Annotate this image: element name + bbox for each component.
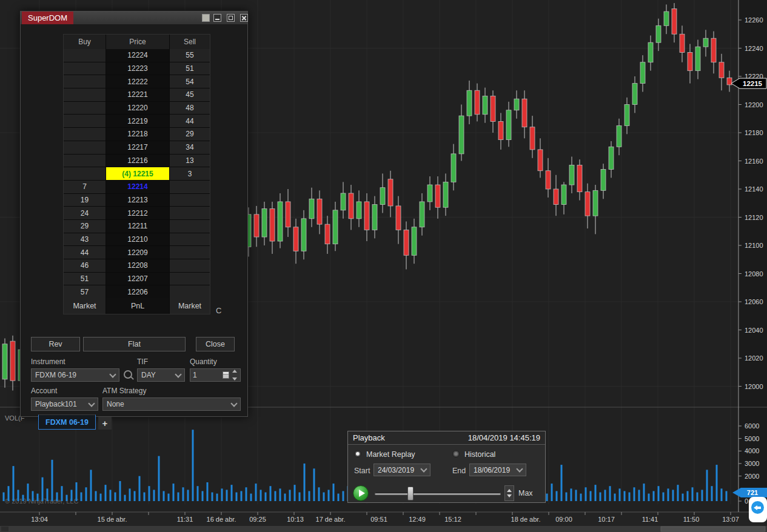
quantity-spinner[interactable] <box>231 370 238 381</box>
scrollbar-left-button[interactable] <box>1 527 8 531</box>
superdom-titlebar[interactable]: SuperDOM <box>21 12 247 24</box>
speed-slider-track[interactable] <box>375 493 501 495</box>
ladder-buy-cell[interactable]: 19 <box>64 194 106 207</box>
market-sell-button[interactable]: Market <box>170 298 210 314</box>
ladder-sell-cell[interactable] <box>170 285 210 298</box>
ladder-buy-cell[interactable] <box>64 115 106 127</box>
close-icon[interactable] <box>240 14 248 22</box>
ladder-sell-cell[interactable] <box>170 233 210 246</box>
tab-instrument[interactable]: FDXM 06-19 <box>38 414 96 430</box>
start-date-select[interactable]: 24/03/2019 <box>373 464 430 476</box>
ladder-sell-cell[interactable] <box>170 273 210 285</box>
playback-panel: Playback 18/04/2019 14:45:19 Market Repl… <box>347 431 546 503</box>
ladder-price-cell[interactable]: 12208 <box>106 259 169 272</box>
ladder-price-cell[interactable]: (4) 12215 <box>106 167 169 180</box>
ladder-buy-cell[interactable]: 29 <box>64 220 106 233</box>
ladder-sell-cell[interactable]: 3 <box>170 167 210 180</box>
ladder-price-cell[interactable]: 12212 <box>106 207 169 219</box>
ladder-sell-cell[interactable]: 55 <box>170 49 210 62</box>
ladder-buy-cell[interactable] <box>64 155 106 167</box>
ladder-price-cell[interactable]: 12207 <box>106 273 169 285</box>
ladder-price-cell[interactable]: 12206 <box>106 285 169 298</box>
ladder-buy-cell[interactable]: 43 <box>64 233 106 246</box>
ladder-buy-cell[interactable]: 44 <box>64 246 106 259</box>
price-axis-label: 12040 <box>745 327 763 334</box>
ladder-price-cell[interactable]: 12214 <box>106 181 169 193</box>
scrollbar-track[interactable] <box>0 526 767 532</box>
ladder-buy-cell[interactable] <box>64 167 106 180</box>
minimize-icon[interactable] <box>213 14 221 22</box>
candle <box>530 127 535 150</box>
ladder-buy-cell[interactable] <box>64 62 106 75</box>
ladder-buy-cell[interactable]: 7 <box>64 181 106 193</box>
ladder-buy-cell[interactable]: 57 <box>64 285 106 298</box>
add-tab-button[interactable]: + <box>98 417 112 430</box>
play-button[interactable] <box>353 485 369 501</box>
ladder-price-cell[interactable]: 12224 <box>106 49 169 62</box>
historical-radio[interactable] <box>452 450 460 457</box>
ladder-buy-cell[interactable]: 51 <box>64 273 106 285</box>
flat-button[interactable]: Flat <box>83 337 186 351</box>
ladder-price-cell[interactable]: 12211 <box>106 220 169 233</box>
maximize-icon[interactable] <box>227 14 235 22</box>
ladder-sell-cell[interactable] <box>170 207 210 219</box>
ladder-sell-cell[interactable]: 54 <box>170 75 210 88</box>
ladder-price-cell[interactable]: 12219 <box>106 115 169 127</box>
calculator-icon[interactable] <box>223 371 229 379</box>
ladder-buy-cell[interactable] <box>64 141 106 154</box>
time-axis-label: 09:51 <box>370 516 387 523</box>
end-date-select[interactable]: 18/06/2019 <box>469 464 526 476</box>
ladder-price-cell[interactable]: 12223 <box>106 62 169 75</box>
ladder-buy-cell[interactable] <box>64 102 106 115</box>
quantity-stepper[interactable]: 1 <box>190 368 241 382</box>
market-buy-button[interactable]: Market <box>64 298 106 314</box>
chevron-down-icon <box>88 400 95 407</box>
ladder-price-cell[interactable]: 12218 <box>106 128 169 141</box>
scrollbar-thumb[interactable] <box>661 527 765 531</box>
ladder-price-cell[interactable]: 12222 <box>106 75 169 88</box>
ladder-price-cell[interactable]: 12213 <box>106 194 169 207</box>
pnl-button[interactable]: PnL <box>106 298 169 314</box>
close-position-button[interactable]: Close <box>196 337 235 351</box>
playback-titlebar[interactable]: Playback 18/04/2019 14:45:19 <box>348 431 545 445</box>
ladder-sell-cell[interactable] <box>170 259 210 272</box>
account-select[interactable]: Playback101 <box>31 397 98 411</box>
ladder-buy-cell[interactable] <box>64 128 106 141</box>
volume-bar <box>328 490 330 501</box>
volume-bar <box>216 494 218 501</box>
ladder-price-cell[interactable]: 12217 <box>106 141 169 154</box>
speed-spinner[interactable] <box>504 485 514 501</box>
time-axis-label: 13:07 <box>722 516 739 523</box>
tif-select[interactable]: DAY <box>137 368 185 382</box>
rev-button[interactable]: Rev <box>31 337 80 351</box>
ladder-sell-cell[interactable]: 44 <box>170 115 210 127</box>
ladder-price-cell[interactable]: 12209 <box>106 246 169 259</box>
instrument-select[interactable]: FDXM 06-19 <box>31 368 119 382</box>
ladder-sell-cell[interactable]: 51 <box>170 62 210 75</box>
ladder-sell-cell[interactable]: 48 <box>170 102 210 115</box>
ladder-price-cell[interactable]: 12216 <box>106 155 169 167</box>
ladder-buy-cell[interactable] <box>64 49 106 62</box>
link-button[interactable] <box>202 14 210 22</box>
ladder-sell-cell[interactable]: 34 <box>170 141 210 154</box>
ladder-buy-cell[interactable]: 24 <box>64 207 106 219</box>
ladder-sell-cell[interactable] <box>170 246 210 259</box>
ladder-price-cell[interactable]: 12210 <box>106 233 169 246</box>
ladder-buy-cell[interactable] <box>64 75 106 88</box>
ladder-buy-cell[interactable]: 46 <box>64 259 106 272</box>
ladder-buy-cell[interactable] <box>64 88 106 101</box>
ladder-sell-cell[interactable] <box>170 181 210 193</box>
ladder-price-cell[interactable]: 12221 <box>106 88 169 101</box>
ladder-sell-cell[interactable] <box>170 194 210 207</box>
ladder-sell-cell[interactable]: 45 <box>170 88 210 101</box>
ladder-price-cell[interactable]: 12220 <box>106 102 169 115</box>
ladder-sell-cell[interactable] <box>170 220 210 233</box>
market-replay-radio[interactable] <box>354 450 361 457</box>
speed-slider-handle[interactable] <box>407 487 414 500</box>
volume-bar <box>212 493 213 501</box>
ladder-sell-cell[interactable]: 13 <box>170 155 210 167</box>
ladder-sell-cell[interactable]: 29 <box>170 128 210 141</box>
remote-support-badge[interactable] <box>749 497 767 522</box>
search-icon[interactable] <box>124 370 132 379</box>
atm-strategy-select[interactable]: None <box>102 397 241 411</box>
